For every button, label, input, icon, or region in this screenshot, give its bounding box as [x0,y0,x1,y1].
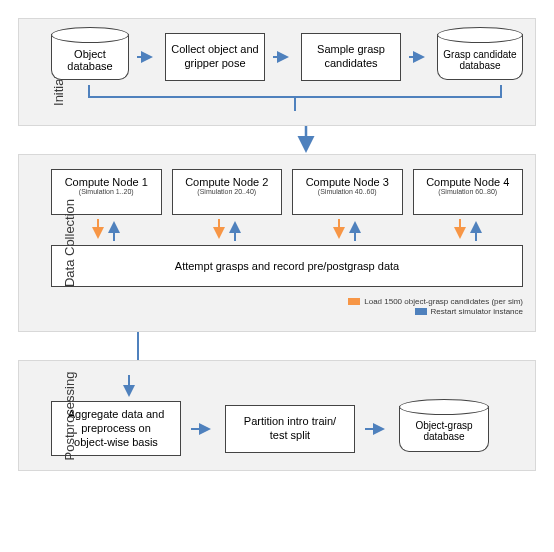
legend-orange-row: Load 1500 object-grasp candidates (per s… [51,297,523,306]
up-arrow-icon [470,217,482,243]
updown-2 [172,217,283,243]
compute-node-4: Compute Node 4 (Simulation 60..80) [413,169,524,215]
grasp-db-label: Grasp candidate database [442,49,518,71]
compute-node-4-title: Compute Node 4 [416,176,521,188]
down-arrow-icon [92,217,104,243]
section-postprocessing: Postprocessing Aggregate data and prepro… [18,360,536,471]
compute-node-1-sub: (Simulation 1..20) [54,188,159,195]
object-grasp-database: Object-grasp database [399,406,489,452]
legend: Load 1500 object-grasp candidates (per s… [51,297,523,316]
bidirectional-arrows-row [51,217,523,243]
updown-3 [292,217,403,243]
arrow-icon [137,50,157,64]
section-label-data-collection: Data Collection [62,199,77,287]
sample-label: Sample grasp candidates [306,43,396,71]
compute-node-1-title: Compute Node 1 [54,176,159,188]
up-arrow-icon [349,217,361,243]
legend-orange-label: Load 1500 object-grasp candidates (per s… [364,297,523,306]
down-arrow-icon [333,217,345,243]
compute-node-3-title: Compute Node 3 [295,176,400,188]
section-connector-1-2 [18,126,536,154]
updown-4 [413,217,524,243]
attempt-label: Attempt grasps and record pre/postgrasp … [175,260,399,272]
compute-node-2: Compute Node 2 (Simulation 20..40) [172,169,283,215]
section-data-collection: Data Collection Compute Node 1 (Simulati… [18,154,536,332]
down-arrow-icon [213,217,225,243]
arrow-icon [191,422,215,436]
compute-nodes-row: Compute Node 1 (Simulation 1..20) Comput… [51,169,523,215]
feedback-line [51,85,523,111]
legend-swatch-blue [415,308,427,315]
down-arrow-icon [454,217,466,243]
object-database: Object database [51,34,129,80]
postprocessing-row: Aggregate data and preprocess on object-… [51,401,523,456]
compute-node-3: Compute Node 3 (Simulation 40..60) [292,169,403,215]
section-initialization: Initialization Object database Collect o… [18,18,536,126]
arrow-icon [273,50,293,64]
attempt-box: Attempt grasps and record pre/postgrasp … [51,245,523,287]
legend-blue-label: Restart simulator instance [431,307,523,316]
partition-label: Partition intro train/ test split [230,415,350,443]
arrow-icon [365,422,389,436]
legend-swatch-orange [348,298,360,305]
arrow-icon [409,50,429,64]
compute-node-2-title: Compute Node 2 [175,176,280,188]
up-arrow-icon [108,217,120,243]
legend-blue-row: Restart simulator instance [51,307,523,316]
section-label-postprocessing: Postprocessing [62,371,77,460]
incoming-arrow [51,375,523,401]
init-row: Object database Collect object and gripp… [51,33,523,81]
compute-node-4-sub: (Simulation 60..80) [416,188,521,195]
section-connector-2-3 [18,332,536,360]
partition-box: Partition intro train/ test split [225,405,355,453]
grasp-candidate-database: Grasp candidate database [437,34,523,80]
collect-box: Collect object and gripper pose [165,33,265,81]
up-arrow-icon [229,217,241,243]
compute-node-2-sub: (Simulation 20..40) [175,188,280,195]
object-grasp-db-label: Object-grasp database [404,420,484,442]
compute-node-3-sub: (Simulation 40..60) [295,188,400,195]
collect-label: Collect object and gripper pose [170,43,260,71]
sample-box: Sample grasp candidates [301,33,401,81]
object-database-label: Object database [56,48,124,72]
